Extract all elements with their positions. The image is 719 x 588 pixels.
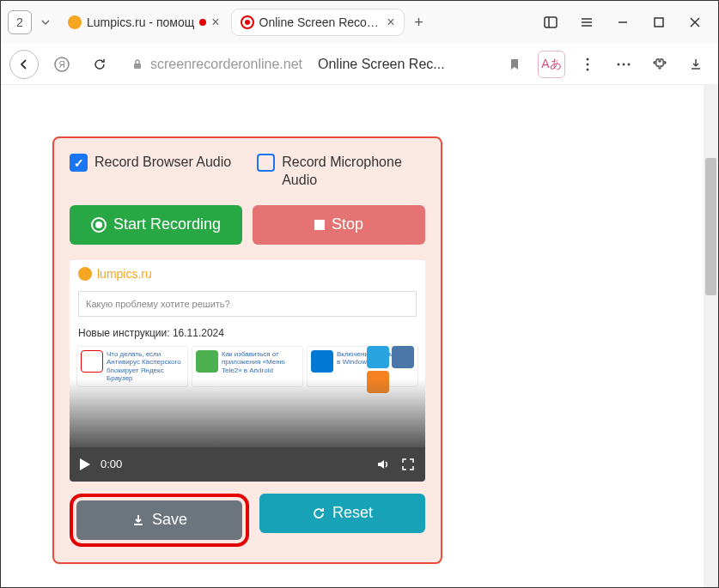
tab-count[interactable]: 2 [8, 10, 32, 34]
save-highlight: Save [70, 494, 249, 547]
video-time: 0:00 [101, 458, 122, 470]
recorder-panel: Record Browser Audio Record Microphone A… [52, 136, 442, 564]
more-button[interactable] [574, 51, 601, 78]
menu-icon[interactable] [570, 6, 603, 39]
close-icon[interactable]: × [387, 15, 394, 30]
sidebar-toggle-icon[interactable] [534, 6, 567, 39]
preview-search: Какую проблему хотите решить? [78, 291, 417, 317]
url-domain: screenrecorderonline.net [150, 57, 302, 72]
option-mic-audio[interactable]: Record Microphone Audio [257, 154, 411, 190]
close-window-button[interactable] [679, 6, 711, 39]
card-icon [196, 350, 218, 373]
recording-indicator-icon [199, 19, 206, 26]
record-icon [91, 217, 107, 233]
svg-rect-0 [545, 17, 557, 27]
reset-label: Reset [332, 504, 373, 522]
reset-icon [312, 506, 326, 520]
minimize-button[interactable] [606, 6, 639, 39]
svg-point-12 [587, 58, 589, 60]
url-box[interactable]: screenrecorderonline.net Online Screen R… [123, 49, 529, 80]
yandex-button[interactable]: Я [47, 50, 76, 79]
window-titlebar: 2 Lumpics.ru - помощ × Online Screen Rec… [1, 1, 718, 44]
tab-list-dropdown[interactable] [35, 12, 56, 33]
fullscreen-button[interactable] [401, 458, 415, 471]
save-button[interactable]: Save [76, 500, 242, 540]
url-page-title: Online Screen Rec... [318, 57, 445, 72]
volume-button[interactable] [375, 457, 391, 472]
overflow-button[interactable] [610, 51, 637, 78]
label-browser-audio: Record Browser Audio [94, 154, 231, 172]
svg-point-17 [628, 63, 631, 65]
maximize-button[interactable] [643, 6, 675, 39]
svg-rect-6 [655, 18, 663, 27]
back-button[interactable] [9, 50, 39, 79]
start-recording-button[interactable]: Start Recording [70, 205, 242, 245]
extensions-button[interactable] [646, 51, 673, 78]
option-browser-audio[interactable]: Record Browser Audio [70, 154, 231, 190]
address-bar: Я screenrecorderonline.net Online Screen… [1, 44, 718, 85]
new-tab-button[interactable]: + [407, 10, 431, 34]
bookmark-icon[interactable] [509, 58, 521, 71]
play-button[interactable] [80, 458, 90, 470]
card-icon [81, 350, 103, 373]
tab-screenrecorder[interactable]: Online Screen Recorder × [232, 9, 404, 35]
translate-button[interactable]: Aあ [538, 51, 565, 78]
social-telegram-icon [367, 346, 389, 368]
lock-icon [131, 58, 143, 70]
preview-brand: lumpics.ru [97, 267, 152, 281]
page-content: Record Browser Audio Record Microphone A… [1, 85, 718, 587]
scrollbar-thumb[interactable] [705, 158, 716, 295]
video-controls: 0:00 [70, 447, 425, 482]
checkbox-mic-audio[interactable] [257, 154, 275, 172]
close-icon[interactable]: × [211, 15, 219, 30]
download-icon [131, 513, 145, 527]
favicon-lumpics [68, 15, 82, 29]
social-vk-icon [392, 346, 414, 368]
svg-text:Я: Я [58, 60, 64, 70]
tab-title: Lumpics.ru - помощ [87, 15, 194, 29]
scrollbar-track[interactable] [704, 85, 718, 587]
preview-subtitle: Новые инструкции: 16.11.2024 [70, 320, 425, 346]
stop-label: Stop [332, 215, 363, 233]
svg-point-13 [587, 63, 589, 65]
svg-point-15 [618, 63, 620, 65]
save-label: Save [152, 511, 187, 529]
video-gradient [70, 379, 425, 447]
downloads-button[interactable] [682, 51, 710, 78]
start-label: Start Recording [113, 215, 221, 233]
label-mic-audio: Record Microphone Audio [282, 154, 411, 190]
svg-point-16 [623, 63, 625, 65]
reset-button[interactable]: Reset [259, 494, 425, 533]
svg-point-14 [587, 68, 589, 70]
preview-logo-icon [78, 267, 92, 281]
favicon-recorder [241, 15, 254, 29]
svg-rect-11 [134, 64, 141, 69]
reload-button[interactable] [85, 50, 114, 79]
checkbox-browser-audio[interactable] [70, 154, 88, 172]
card-icon [311, 350, 333, 373]
tab-lumpics[interactable]: Lumpics.ru - помощ × [59, 9, 228, 35]
tab-title: Online Screen Recorder [259, 15, 382, 29]
stop-recording-button[interactable]: Stop [253, 205, 425, 245]
stop-icon [314, 220, 325, 230]
video-preview: lumpics.ru Какую проблему хотите решить?… [70, 260, 425, 482]
